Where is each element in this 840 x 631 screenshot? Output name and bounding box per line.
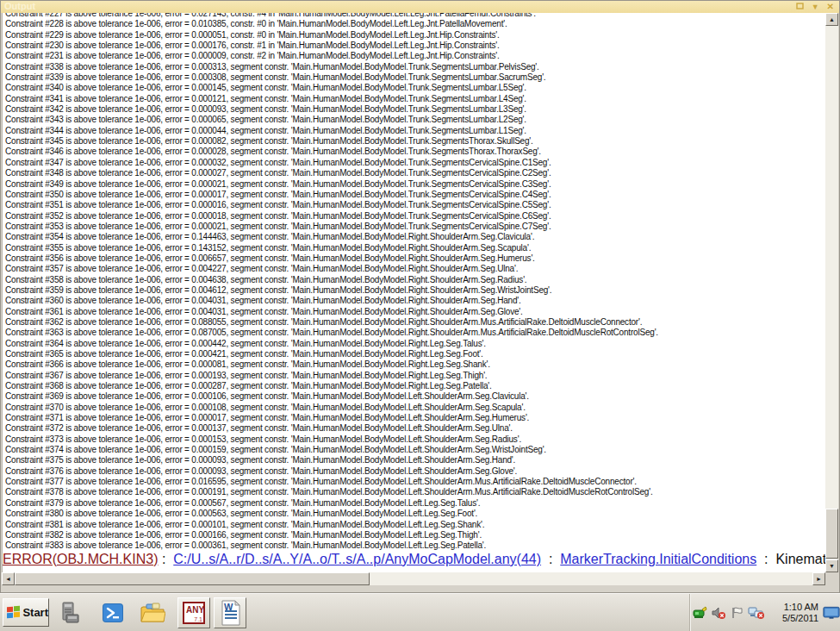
close-icon[interactable]: ✕ [827,1,834,13]
log-line: Constraint #354 is above tolerance 1e-00… [5,232,825,242]
chevron-down-icon[interactable]: ▼ [812,1,819,13]
error-file-link[interactable]: C:/U..s/A..r/D..s/A..Y/A..o/T..s/A..p/An… [173,552,541,566]
log-line: Constraint #365 is above tolerance 1e-00… [5,349,825,359]
log-line: Constraint #379 is above tolerance 1e-00… [5,498,825,509]
log-line: Constraint #382 is above tolerance 1e-00… [5,530,825,540]
log-line: Constraint #358 is above tolerance 1e-00… [5,275,825,285]
scroll-down-icon[interactable]: ▼ [825,559,838,572]
tray-clock[interactable]: 1:10 AM 5/5/2011 [770,602,818,624]
log-line: Constraint #353 is above tolerance 1e-00… [5,222,825,232]
log-line: Constraint #347 is above tolerance 1e-00… [5,158,825,168]
volume-muted-icon[interactable] [711,605,726,621]
log-line: Constraint #377 is above tolerance 1e-00… [5,477,825,487]
log-line: Constraint #360 is above tolerance 1e-00… [5,296,825,306]
log-line: Constraint #231 is above tolerance 1e-00… [5,51,825,61]
log-line: Constraint #372 is above tolerance 1e-00… [5,423,825,434]
log-line: Constraint #227 is above tolerance 1e-00… [5,13,825,19]
log-line: Constraint #361 is above tolerance 1e-00… [5,307,825,317]
clock-time: 1:10 AM [770,602,818,613]
log-line: Constraint #373 is above tolerance 1e-00… [5,434,825,445]
clock-date: 5/5/2011 [770,613,818,624]
log-line: Constraint #363 is above tolerance 1e-00… [5,328,825,338]
error-message: : Kinematic analysis failed in time step… [756,552,825,566]
window-title: Output [4,1,35,11]
log-line: Constraint #380 is above tolerance 1e-00… [5,509,825,519]
log-line: Constraint #228 is above tolerance 1e-00… [5,19,825,29]
log-line: Constraint #349 is above tolerance 1e-00… [5,179,825,190]
log-line: Constraint #370 is above tolerance 1e-00… [5,403,825,413]
start-button-label: Start [22,606,48,619]
log-line: Constraint #359 is above tolerance 1e-00… [5,285,825,296]
horizontal-scrollbar-thumb[interactable] [15,572,370,585]
tray-device-icon[interactable] [693,605,708,621]
log-line: Constraint #343 is above tolerance 1e-00… [5,115,825,125]
log-line: Constraint #364 is above tolerance 1e-00… [5,339,825,349]
log-line: Constraint #369 is above tolerance 1e-00… [5,391,825,402]
server-manager-icon[interactable] [55,599,84,627]
display-icon[interactable] [823,605,840,621]
error-object-link[interactable]: MarkerTracking.InitialConditions [560,552,756,566]
error-code-link[interactable]: ERROR(OBJ.MCH.KIN3) [3,552,158,566]
output-window: Output ▼ ✕ Constraint #227 is above tole… [0,0,840,593]
log-line: Constraint #341 is above tolerance 1e-00… [5,94,825,104]
log-line: Constraint #340 is above tolerance 1e-00… [5,83,825,93]
word-task-button[interactable]: W [214,597,246,628]
scroll-left-icon[interactable]: ◄ [2,572,15,585]
scroll-up-icon[interactable]: ▲ [825,13,838,26]
anybody-task-button[interactable]: ANY 7.1 [177,597,210,628]
vertical-scrollbar[interactable]: ▲ ▼ [825,13,838,572]
log-line: Constraint #376 is above tolerance 1e-00… [5,466,825,477]
log-line: Constraint #350 is above tolerance 1e-00… [5,190,825,200]
log-lines: Constraint #227 is above tolerance 1e-00… [3,13,825,552]
log-line: Constraint #345 is above tolerance 1e-00… [5,136,825,147]
windows-logo-icon [7,606,20,619]
word-icon: W [218,600,242,626]
start-button[interactable]: Start [3,598,49,627]
scroll-right-icon[interactable]: ► [812,572,825,585]
system-tray: 1:10 AM 5/5/2011 [689,594,840,631]
log-line: Constraint #375 is above tolerance 1e-00… [5,455,825,465]
log-line: Constraint #342 is above tolerance 1e-00… [5,104,825,115]
folder-icon[interactable] [138,599,167,627]
log-line: Constraint #357 is above tolerance 1e-00… [5,264,825,274]
anybody-icon: ANY 7.1 [183,602,205,624]
log-line: Constraint #366 is above tolerance 1e-00… [5,359,825,370]
float-window-icon[interactable] [796,1,804,13]
log-line: Constraint #339 is above tolerance 1e-00… [5,72,825,83]
log-line: Constraint #362 is above tolerance 1e-00… [5,317,825,328]
powershell-icon[interactable] [98,599,128,627]
log-line: Constraint #348 is above tolerance 1e-00… [5,168,825,178]
action-center-flag-icon[interactable] [729,605,744,621]
log-line: Constraint #351 is above tolerance 1e-00… [5,200,825,210]
error-line: ERROR(OBJ.MCH.KIN3) : C:/U..s/A..r/D..s/… [3,552,825,562]
network-disconnected-icon[interactable] [748,605,765,621]
log-line: Constraint #383 is above tolerance 1e-00… [5,540,825,551]
log-line: Constraint #229 is above tolerance 1e-00… [5,30,825,41]
log-line: Constraint #230 is above tolerance 1e-00… [5,41,825,51]
taskbar: Start ANY 7.1 [0,593,840,631]
vertical-scrollbar-thumb[interactable] [825,509,838,559]
log-line: Constraint #344 is above tolerance 1e-00… [5,126,825,136]
horizontal-scrollbar[interactable]: ◄ ► [2,572,825,585]
titlebar[interactable]: Output ▼ ✕ [1,1,839,13]
log-line: Constraint #371 is above tolerance 1e-00… [5,413,825,423]
log-line: Constraint #378 is above tolerance 1e-00… [5,487,825,497]
log-line: Constraint #368 is above tolerance 1e-00… [5,381,825,391]
log-line: Constraint #381 is above tolerance 1e-00… [5,520,825,530]
output-log[interactable]: Constraint #227 is above tolerance 1e-00… [2,13,825,572]
log-line: Constraint #352 is above tolerance 1e-00… [5,211,825,222]
log-line: Constraint #338 is above tolerance 1e-00… [5,62,825,72]
error-separator: : [158,552,173,566]
svg-text:W: W [224,602,233,612]
log-line: Constraint #367 is above tolerance 1e-00… [5,371,825,381]
log-line: Constraint #355 is above tolerance 1e-00… [5,243,825,253]
log-line: Constraint #346 is above tolerance 1e-00… [5,147,825,157]
log-line: Constraint #374 is above tolerance 1e-00… [5,445,825,455]
error-separator: : [541,552,560,566]
log-line: Constraint #356 is above tolerance 1e-00… [5,253,825,264]
